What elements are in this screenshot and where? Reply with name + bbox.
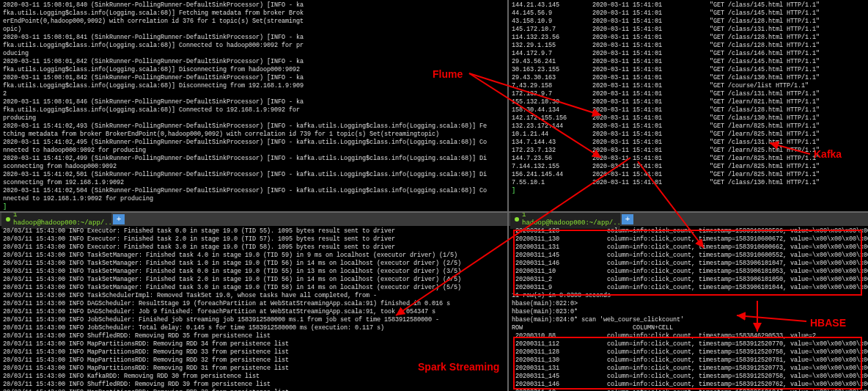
kafka-log-row: 144.21.43.1452020-03-11 15:41:01"GET /cl… <box>512 1 865 10</box>
kafka-log-row: 172.132.9.72020-03-11 15:41:01"GET /clas… <box>512 90 865 98</box>
log-line: erEndPoint(0,hadoop000,9092) with correl… <box>3 18 504 26</box>
log-line: 2020-03-11 15:41:02,501 (SinkRunner-Poll… <box>3 171 504 179</box>
kafka-log-row: 29.43.30.1632020-03-11 15:41:01"GET /cla… <box>512 74 865 82</box>
hbase-row: 20200311_9column=info:click_count, times… <box>512 284 865 292</box>
hbase-row: 20200311_145column=info:click_count, tim… <box>512 252 865 260</box>
kafka-log-row: 10.1.21.442020-03-11 15:41:01"GET /learn… <box>512 131 865 139</box>
hbase-row: 20200311_146column=info:click_count, tim… <box>512 381 865 389</box>
tab-status-icon <box>515 217 519 222</box>
kafka-log-row: 132.29.1.1552020-03-11 15:41:01"GET /cla… <box>512 42 865 50</box>
log-line: 2020-03-11 15:41:02,499 (SinkRunner-Poll… <box>3 155 504 163</box>
kafka-log-row: 144.7.23.562020-03-11 15:41:01"GET /lear… <box>512 155 865 163</box>
terminal-tab[interactable]: 1 hadoop@hadoop000:~/app/... × <box>510 213 620 229</box>
log-line: 20/03/11 15:43:00 INFO MapPartitionsRDD:… <box>3 340 504 348</box>
terminal-cursor[interactable]: ] <box>512 187 865 195</box>
hbase-row: 20200311_10column=info:click_count, time… <box>512 268 865 276</box>
log-line: 20/03/11 15:43:00 INFO KafkaRDD: Removin… <box>3 373 504 381</box>
log-line: 2020-03-11 15:08:01,840 (SinkRunner-Poll… <box>3 1 504 10</box>
hbase-row: 20200311_130column=info:click_count, tim… <box>512 357 865 365</box>
hbase-row: 20200311_128column=info:click_count, tim… <box>512 227 865 235</box>
log-line: 20/03/11 15:43:00 INFO MapPartitionsRDD:… <box>3 365 504 373</box>
log-line: fka.utils.Logging$class.info(Logging.sca… <box>3 82 504 90</box>
tab-label: 1 hadoop@hadoop000:~/app/... <box>522 213 620 227</box>
log-line: fka.utils.Logging$class.info(Logging.sca… <box>3 106 504 114</box>
log-line: sconnecting from 192.168.1.9:9092 <box>3 179 504 187</box>
terminal-cursor[interactable]: ] <box>3 203 504 211</box>
kafka-log-row: 114.132.23.562020-03-11 15:41:01"GET /cl… <box>512 34 865 42</box>
hbase-terminal-pane[interactable]: 1 hadoop@hadoop000:~/app/... × + 2020031… <box>509 213 868 391</box>
hbase-row: 20200311_131column=info:click_count, tim… <box>512 244 865 252</box>
hbase-row: 20200311_131column=info:click_count, tim… <box>512 365 865 373</box>
log-line: 2020-03-11 15:08:01,846 (SinkRunner-Poll… <box>3 98 504 106</box>
kafka-log-row: 43.158.10.92020-03-11 15:41:01"GET /clas… <box>512 18 865 26</box>
terminal-tab-bar: 1 hadoop@hadoop000:~/app/... × + <box>0 213 507 226</box>
log-line: 20/03/11 15:43:00 INFO ShuffledRDD: Remo… <box>3 332 504 340</box>
log-line: 20/03/11 15:43:00 INFO ShuffledRDD: Remo… <box>3 381 504 389</box>
hbase-row: 20200311_128column=info:click_count, tim… <box>512 348 865 357</box>
log-line: 20/03/11 15:43:00 INFO DAGScheduler: Res… <box>3 300 504 308</box>
add-tab-button[interactable]: + <box>113 214 125 224</box>
spark-log-output: 20/03/11 15:43:00 INFO Executor: Finishe… <box>0 226 507 391</box>
log-line: fka.utils.Logging$class.info(Logging.sca… <box>3 42 504 50</box>
kafka-log-row: 142.172.155.1562020-03-11 15:41:01"GET /… <box>512 114 865 123</box>
log-line: 20/03/11 15:43:00 INFO TaskSetManager: F… <box>3 252 504 260</box>
hbase-line: ROW COLUMN+CELL <box>512 324 865 332</box>
terminal-tab-bar: 1 hadoop@hadoop000:~/app/... × + <box>509 213 868 226</box>
log-line: tching metadata from broker BrokerEndPoi… <box>3 131 504 139</box>
log-line: 20/03/11 15:43:00 INFO TaskSetManager: F… <box>3 284 504 292</box>
log-line: 20/03/11 15:43:00 INFO MapPartitionsRDD:… <box>3 348 504 357</box>
log-line: 2 <box>3 90 504 98</box>
log-line: 20/03/11 15:43:00 INFO TaskSetManager: F… <box>3 268 504 276</box>
hbase-row: 20200311_130column=info:click_count, tim… <box>512 235 865 244</box>
log-line: 20/03/11 15:43:00 INFO TaskSetManager: F… <box>3 276 504 284</box>
spark-terminal-pane[interactable]: 1 hadoop@hadoop000:~/app/... × + 20/03/1… <box>0 213 509 391</box>
kafka-log-row: 172.23.7.1322020-03-11 15:41:01"GET /lea… <box>512 147 865 155</box>
log-line: opic) <box>3 26 504 34</box>
log-line: 2020-03-11 15:08:01,842 (SinkRunner-Poll… <box>3 58 504 66</box>
hbase-line: hbase(main):024:0* scan 'web_course_clic… <box>512 316 865 324</box>
log-line: 20/03/11 15:43:00 INFO DAGScheduler: Job… <box>3 308 504 316</box>
hbase-output-container: 20200311_128column=info:click_count, tim… <box>509 226 868 391</box>
kafka-terminal-pane[interactable]: 144.21.43.1452020-03-11 15:41:01"GET /cl… <box>509 0 868 213</box>
hbase-row: 20200311_146column=info:click_count, tim… <box>512 260 865 268</box>
log-line: 20/03/11 15:43:00 INFO MapPartitionsRDD:… <box>3 357 504 365</box>
log-line: 20/03/11 15:43:00 INFO TaskSetManager: F… <box>3 260 504 268</box>
kafka-log-row: 44.145.56.92020-03-11 15:41:01"GET /clas… <box>512 10 865 18</box>
kafka-log-row: 7.43.29.1582020-03-11 15:41:01"GET /cour… <box>512 82 865 90</box>
hbase-line: hbase(main):023:0* <box>512 308 865 316</box>
hbase-line: 11 row(s) in 0.0300 seconds <box>512 292 865 300</box>
kafka-log-row: 7.55.10.12020-03-11 15:41:01"GET /class/… <box>512 179 865 187</box>
log-line: 20/03/11 15:43:00 INFO JobScheduler: Tot… <box>3 324 504 332</box>
kafka-log-row: 156.241.145.442020-03-11 15:41:01"GET /l… <box>512 171 865 179</box>
log-line: 2020-03-11 15:41:02,504 (SinkRunner-Poll… <box>3 187 504 195</box>
log-line: 2020-03-11 15:08:01,841 (SinkRunner-Poll… <box>3 34 504 42</box>
log-line: nnected to hadoop000:9092 for producing <box>3 147 504 155</box>
tab-label: 1 hadoop@hadoop000:~/app/... <box>13 213 111 227</box>
add-tab-button[interactable]: + <box>622 214 633 224</box>
log-line: sconnecting from hadoop000:9092 <box>3 163 504 171</box>
kafka-log-row: 7.144.132.1552020-03-11 15:41:01"GET /le… <box>512 163 865 171</box>
log-line: fka.utils.Logging$class.info(Logging.sca… <box>3 66 504 74</box>
kafka-log-row: 134.7.144.432020-03-11 15:41:01"GET /cla… <box>512 139 865 147</box>
kafka-log-row: 155.132.10.302020-03-11 15:41:01"GET /le… <box>512 98 865 106</box>
tab-status-icon <box>6 217 10 222</box>
log-line: 2020-03-11 15:08:01,842 (SinkRunner-Poll… <box>3 74 504 82</box>
kafka-log-row: 144.172.9.72020-03-11 15:41:01"GET /clas… <box>512 50 865 58</box>
hbase-row: 20200310_88column=info:click_count, time… <box>512 332 865 340</box>
hbase-row: 20200311_2column=info:click_count, times… <box>512 276 865 284</box>
kafka-log-row: 29.43.56.2412020-03-11 15:41:01"GET /cla… <box>512 58 865 66</box>
log-line: fka.utils.Logging$class.info(Logging.sca… <box>3 10 504 18</box>
log-line: 2020-03-11 15:41:02,495 (SinkRunner-Poll… <box>3 139 504 147</box>
hbase-row: 20200311_145column=info:click_count, tim… <box>512 373 865 381</box>
kafka-log-row: 145.172.10.72020-03-11 15:41:01"GET /cla… <box>512 26 865 34</box>
kafka-log-row: 158.30.44.1342020-03-11 15:41:01"GET /cl… <box>512 106 865 114</box>
kafka-log-row: 30.163.23.1552020-03-11 15:41:01"GET /cl… <box>512 66 865 74</box>
hbase-line: hbase(main):022:0> <box>512 300 865 308</box>
log-line: producing <box>3 114 504 123</box>
terminal-tab[interactable]: 1 hadoop@hadoop000:~/app/... × <box>1 213 111 229</box>
log-line: nnected to 192.168.1.9:9092 for producin… <box>3 195 504 203</box>
log-line: 20/03/11 15:43:00 INFO Executor: Finishe… <box>3 244 504 252</box>
hbase-row: 20200311_112column=info:click_count, tim… <box>512 340 865 348</box>
log-line: 2020-03-11 15:41:02,493 (SinkRunner-Poll… <box>3 123 504 131</box>
flume-terminal-pane[interactable]: 2020-03-11 15:08:01,840 (SinkRunner-Poll… <box>0 0 509 213</box>
